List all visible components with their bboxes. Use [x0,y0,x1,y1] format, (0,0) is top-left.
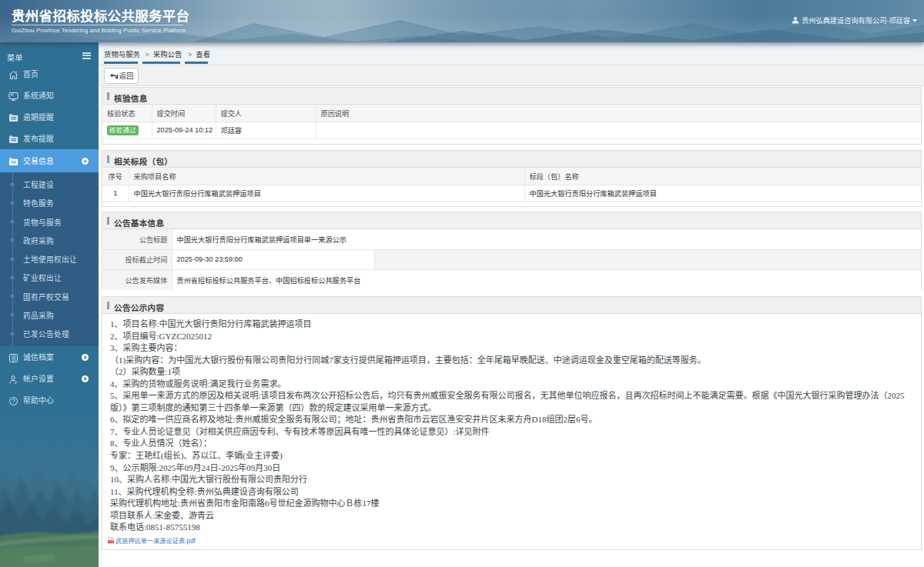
svg-text:PDF: PDF [109,540,114,543]
